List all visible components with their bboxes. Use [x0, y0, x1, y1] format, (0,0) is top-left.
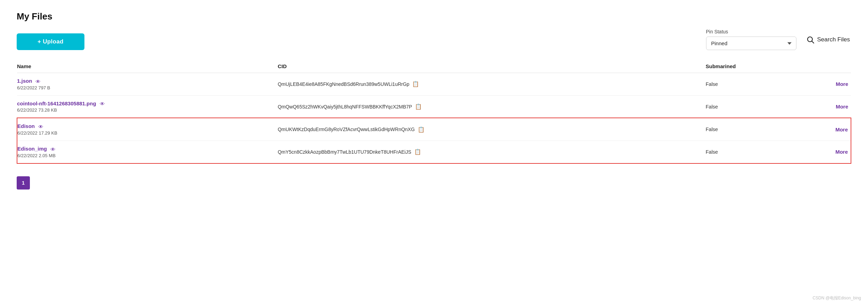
- copy-icon[interactable]: 📋: [412, 81, 419, 87]
- eye-icon[interactable]: 👁: [50, 146, 56, 152]
- copy-icon[interactable]: 📋: [414, 148, 421, 155]
- cid-value: QmUjLEB4E4ie8A85FKgNnedBSd6Rrun389w5UWLi…: [278, 81, 409, 87]
- submarined-value: False: [706, 104, 718, 110]
- files-table: Name CID Submarined 1.json 👁 6/22/2022 7…: [17, 60, 851, 164]
- cid-value: QmY5cn8CzkkAozpBbBmy7TwLb1UTU79DnkeT8UHF…: [278, 149, 411, 155]
- more-button[interactable]: More: [834, 80, 850, 88]
- cid-value: QmQwQ65Sz2hWKvQaiy5jthL8hqNFFSWBBKKffYqc…: [278, 104, 412, 110]
- search-button[interactable]: Search Files: [805, 32, 851, 47]
- watermark: CSDN @电报Edison_bing: [812, 295, 861, 301]
- cid-value: QmUKWtKzDqduErmG8yRoVZfAcvrQwwLstikGdHpW…: [278, 127, 415, 132]
- file-name-link[interactable]: 1.json: [17, 78, 32, 84]
- more-button[interactable]: More: [834, 148, 849, 155]
- table-row: cointool-nft-1641268305881.png 👁 6/22/20…: [17, 95, 851, 118]
- file-name-link[interactable]: Edison: [17, 123, 35, 129]
- submarined-value: False: [706, 81, 718, 87]
- eye-icon[interactable]: 👁: [100, 101, 105, 107]
- file-meta: 6/22/2022 797 B: [17, 85, 273, 90]
- table-row: Edison_img 👁 6/22/2022 2.05 MB QmY5cn8Cz…: [17, 141, 851, 163]
- submarined-value: False: [706, 127, 718, 132]
- page-1-button[interactable]: 1: [17, 176, 30, 190]
- col-actions: [803, 60, 851, 73]
- eye-icon[interactable]: 👁: [35, 79, 41, 84]
- table-row: 1.json 👁 6/22/2022 797 B QmUjLEB4E4ie8A8…: [17, 73, 851, 96]
- copy-icon[interactable]: 📋: [418, 126, 425, 133]
- col-submarined: Submarined: [706, 60, 803, 73]
- pin-status-select[interactable]: Pinned Unpinned All: [706, 37, 796, 50]
- file-name-link[interactable]: Edison_img: [17, 146, 47, 152]
- more-button[interactable]: More: [834, 103, 850, 110]
- eye-icon[interactable]: 👁: [38, 124, 43, 130]
- file-meta: 6/22/2022 73.28 KB: [17, 107, 273, 113]
- search-icon: [806, 35, 814, 44]
- page-title: My Files: [17, 11, 851, 22]
- file-name-link[interactable]: cointool-nft-1641268305881.png: [17, 100, 96, 106]
- copy-icon[interactable]: 📋: [415, 103, 422, 110]
- table-row: Edison 👁 6/22/2022 17.29 KB QmUKWtKzDqdu…: [17, 118, 851, 140]
- file-meta: 6/22/2022 17.29 KB: [17, 130, 273, 136]
- pin-status-label: Pin Status: [706, 29, 796, 34]
- file-meta: 6/22/2022 2.05 MB: [17, 153, 273, 158]
- submarined-value: False: [706, 149, 718, 155]
- upload-button[interactable]: + Upload: [17, 33, 84, 50]
- more-button[interactable]: More: [834, 126, 849, 133]
- col-name: Name: [17, 60, 278, 73]
- search-label: Search Files: [817, 36, 850, 43]
- col-cid: CID: [278, 60, 706, 73]
- svg-line-1: [812, 41, 814, 43]
